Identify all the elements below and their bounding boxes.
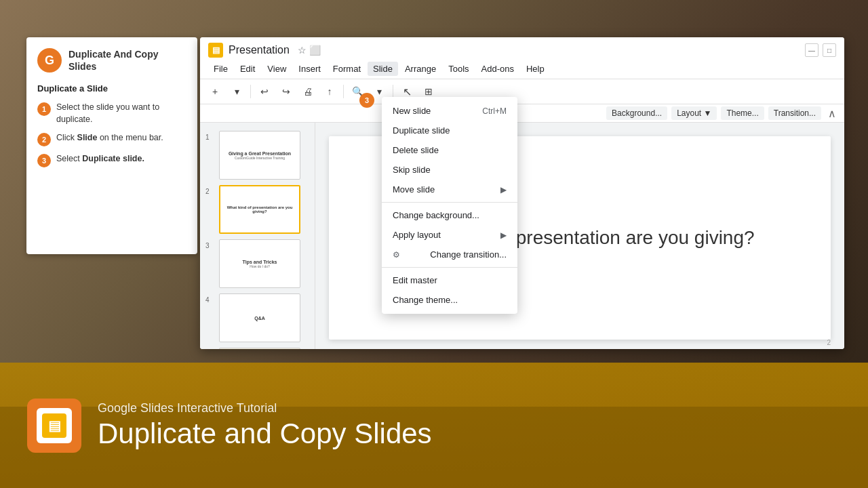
slides-app-icon: ▤ [208, 43, 223, 58]
menu-addons[interactable]: Add-ons [476, 62, 519, 76]
step-2-text: Click Slide on the menu bar. [56, 132, 163, 144]
step-1: 1 Select the slide you want to duplicate… [37, 102, 186, 125]
menu-change-background[interactable]: Change background... [382, 205, 517, 225]
new-slide-label: New slide [393, 106, 431, 116]
slide-num-3: 3 [205, 242, 215, 249]
slide-3-title: Tips and Tricks [243, 260, 277, 264]
slides-window: ▤ Presentation ☆ ⬜ — □ File Edit View In… [200, 37, 844, 349]
apply-layout-arrow: ▶ [500, 230, 507, 240]
edit-master-label: Edit master [393, 275, 437, 285]
add-dropdown-btn[interactable]: ▾ [227, 82, 246, 101]
slide-item-4[interactable]: 4 Q&A [200, 291, 315, 345]
menu-delete-slide[interactable]: Delete slide [382, 140, 517, 160]
move-slide-arrow: ▶ [500, 185, 507, 195]
toolbar: + ▾ ↩ ↪ 🖨 ↑ 🔍 ▾ ↖ ⊞ [200, 79, 844, 104]
new-slide-shortcut: Ctrl+M [482, 106, 507, 116]
slide-item-1[interactable]: 1 Giving a Great Presentation CustomGuid… [200, 128, 315, 182]
menu-arrange[interactable]: Arrange [399, 62, 441, 76]
menu-change-theme[interactable]: Change theme... [382, 290, 517, 310]
slide-thumb-5: What makes a presentation good? [219, 348, 300, 349]
slide-4-title: Q&A [254, 316, 265, 321]
slide-num-1: 1 [205, 134, 215, 141]
collapse-btn[interactable]: ∧ [825, 107, 839, 120]
title-bar: ▤ Presentation ☆ ⬜ — □ File Edit View In… [200, 37, 844, 79]
slide-page-num: 2 [827, 339, 831, 346]
menu-change-transition[interactable]: ⚙ Change transition... [382, 245, 517, 264]
slide-thumb-4: Q&A [219, 293, 300, 342]
sidebar: G Duplicate And Copy Slides Duplicate a … [26, 37, 197, 254]
title-row: ▤ Presentation ☆ ⬜ — □ [208, 43, 836, 58]
change-transition-label: Change transition... [430, 249, 507, 260]
duplicate-slide-label: Duplicate slide [393, 125, 450, 136]
document-title: Presentation [229, 44, 290, 56]
menu-move-slide[interactable]: Move slide ▶ [382, 180, 517, 199]
sidebar-header: G Duplicate And Copy Slides [37, 48, 186, 73]
layout-btn[interactable]: Layout ▼ [671, 106, 717, 120]
menu-edit-master[interactable]: Edit master [382, 270, 517, 290]
step-3-number: 3 [37, 154, 51, 167]
bottom-content: ▤ Google Slides Interactive Tutorial Dup… [0, 363, 868, 488]
slide-item-5[interactable]: 5 What makes a presentation good? [200, 345, 315, 349]
step-1-number: 1 [37, 102, 51, 116]
transition-btn[interactable]: Transition... [768, 106, 821, 120]
dropdown-sep-2 [382, 267, 517, 268]
menu-help[interactable]: Help [521, 62, 550, 76]
slide-item-2[interactable]: 2 What kind of presentation are you givi… [200, 182, 315, 237]
minimize-button[interactable]: — [805, 43, 818, 57]
step-3: 3 Select Duplicate slide. [37, 153, 186, 167]
menu-new-slide[interactable]: New slide Ctrl+M [382, 101, 517, 121]
menu-apply-layout[interactable]: Apply layout ▶ [382, 225, 517, 245]
menu-format[interactable]: Format [328, 62, 366, 76]
bottom-main-title: Duplicate and Copy Slides [98, 418, 432, 449]
change-background-label: Change background... [393, 210, 479, 220]
section-title: Duplicate a Slide [37, 83, 186, 94]
add-slide-btn[interactable]: + [205, 82, 224, 101]
toolbar-sep-1 [250, 85, 251, 98]
step-2-number: 2 [37, 133, 51, 146]
maximize-button[interactable]: □ [823, 43, 836, 57]
slide-thumb-3: Tips and Tricks How do I do? [219, 239, 300, 288]
customguide-logo: G [37, 48, 62, 73]
star-icon[interactable]: ☆ [298, 45, 307, 56]
background-btn[interactable]: Background... [606, 106, 667, 120]
step-3-badge: 3 [359, 93, 374, 108]
skip-slide-label: Skip slide [393, 165, 431, 175]
print-btn[interactable]: 🖨 [298, 82, 317, 101]
folder-icon[interactable]: ⬜ [309, 45, 321, 56]
editor-area: 1 Giving a Great Presentation CustomGuid… [200, 123, 844, 349]
slide-1-title: Giving a Great Presentation [229, 151, 291, 156]
bottom-text: Google Slides Interactive Tutorial Dupli… [98, 401, 432, 449]
apply-layout-label: Apply layout [393, 230, 441, 240]
menu-edit[interactable]: Edit [235, 62, 260, 76]
menu-skip-slide[interactable]: Skip slide [382, 160, 517, 180]
menu-file[interactable]: File [208, 62, 233, 76]
menu-duplicate-slide[interactable]: Duplicate slide [382, 121, 517, 140]
undo-btn[interactable]: ↩ [255, 82, 274, 101]
step-1-text: Select the slide you want to duplicate. [56, 102, 186, 125]
redo-btn[interactable]: ↪ [277, 82, 296, 101]
menu-slide[interactable]: Slide [368, 62, 398, 76]
move-slide-label: Move slide [393, 184, 435, 195]
transition-icon: ⚙ [393, 250, 403, 260]
menu-bar: File Edit View Insert Format Slide Arran… [208, 60, 836, 79]
window-controls: — □ [805, 43, 836, 57]
main-container: G Duplicate And Copy Slides Duplicate a … [0, 0, 868, 488]
google-slides-icon: ▤ [42, 413, 66, 438]
menu-tools[interactable]: Tools [443, 62, 474, 76]
change-theme-label: Change theme... [393, 295, 458, 305]
slide-item-3[interactable]: 3 Tips and Tricks How do I do? [200, 237, 315, 291]
slide-panel: 1 Giving a Great Presentation CustomGuid… [200, 123, 315, 349]
step-3-text: Select Duplicate slide. [56, 153, 144, 165]
menu-insert[interactable]: Insert [293, 62, 326, 76]
slide-1-sub: CustomGuide Interactive Training [235, 156, 285, 160]
bottom-icon-box: ▤ [27, 399, 81, 453]
menu-view[interactable]: View [262, 62, 292, 76]
delete-slide-label: Delete slide [393, 145, 439, 155]
toolbar-sep-3 [393, 85, 393, 98]
title-icons: ☆ ⬜ [298, 45, 321, 56]
slide-num-2: 2 [205, 188, 215, 195]
upload-btn[interactable]: ↑ [320, 82, 339, 101]
theme-btn[interactable]: Theme... [721, 106, 764, 120]
dropdown-sep-1 [382, 202, 517, 203]
slide-thumb-1: Giving a Great Presentation CustomGuide … [219, 131, 300, 180]
